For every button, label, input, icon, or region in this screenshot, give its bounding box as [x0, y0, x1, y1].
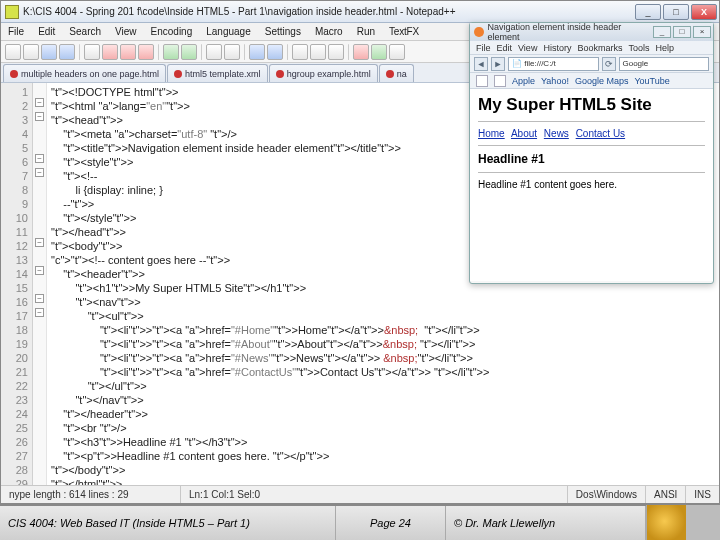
file-tab[interactable]: html5 template.xml: [167, 64, 268, 82]
browser-titlebar[interactable]: Navigation element inside header element…: [470, 23, 713, 41]
fold-box-icon[interactable]: −: [35, 294, 44, 303]
menu-macro[interactable]: Macro: [312, 25, 346, 38]
menu-encoding[interactable]: Encoding: [148, 25, 196, 38]
tool-hidden-icon[interactable]: [310, 44, 326, 60]
tab-dirty-icon: [276, 70, 284, 78]
fold-margin[interactable]: − − − − − − − −: [33, 83, 47, 485]
bmenu-item[interactable]: Edit: [497, 43, 513, 53]
bookmark-link[interactable]: Yahoo!: [541, 76, 569, 86]
tool-wrap-icon[interactable]: [292, 44, 308, 60]
search-input[interactable]: Google: [619, 57, 710, 71]
tool-zoomin-icon[interactable]: [249, 44, 265, 60]
file-tab[interactable]: multiple headers on one page.html: [3, 64, 166, 82]
tool-paste-icon[interactable]: [138, 44, 154, 60]
tool-redo-icon[interactable]: [181, 44, 197, 60]
status-mode: INS: [686, 486, 719, 503]
url-input[interactable]: 📄 file:///C:/t: [508, 57, 599, 71]
bmenu-item[interactable]: File: [476, 43, 491, 53]
bookmark-icon[interactable]: [476, 75, 488, 87]
fold-box-icon[interactable]: −: [35, 168, 44, 177]
reload-button[interactable]: ⟳: [602, 57, 616, 71]
tool-save-icon[interactable]: [41, 44, 57, 60]
page-h3: Headline #1: [478, 152, 705, 166]
menu-language[interactable]: Language: [203, 25, 254, 38]
footer-page: Page 24: [336, 506, 446, 540]
bmenu-item[interactable]: View: [518, 43, 537, 53]
close-button[interactable]: X: [691, 4, 717, 20]
minimize-button[interactable]: _: [635, 4, 661, 20]
title-bar[interactable]: K:\CIS 4004 - Spring 201 f\code\Inside H…: [1, 1, 719, 23]
file-tab[interactable]: na: [379, 64, 414, 82]
menu-view[interactable]: View: [112, 25, 140, 38]
bmenu-item[interactable]: Bookmarks: [577, 43, 622, 53]
tool-play-icon[interactable]: [371, 44, 387, 60]
tool-find-icon[interactable]: [206, 44, 222, 60]
tool-cut-icon[interactable]: [102, 44, 118, 60]
tab-dirty-icon: [174, 70, 182, 78]
footer-spacer: [686, 505, 720, 540]
tool-print-icon[interactable]: [84, 44, 100, 60]
toolbar-sep: [79, 44, 80, 60]
fold-box-icon[interactable]: −: [35, 154, 44, 163]
bmenu-item[interactable]: Tools: [628, 43, 649, 53]
tool-record-icon[interactable]: [353, 44, 369, 60]
menu-file[interactable]: File: [5, 25, 27, 38]
nav-link[interactable]: Contact Us: [576, 128, 625, 139]
tool-stop-icon[interactable]: [389, 44, 405, 60]
browser-window: Navigation element inside header element…: [469, 22, 714, 284]
tab-dirty-icon: [10, 70, 18, 78]
browser-menu: File Edit View History Bookmarks Tools H…: [470, 41, 713, 55]
slide-footer: CIS 4004: Web Based IT (Inside HTML5 – P…: [0, 504, 720, 540]
app-icon: [5, 5, 19, 19]
forward-button[interactable]: ►: [491, 57, 505, 71]
nav-link[interactable]: About: [511, 128, 537, 139]
tool-saveall-icon[interactable]: [59, 44, 75, 60]
status-position: Ln:1 Col:1 Sel:0: [181, 486, 568, 503]
nav-link[interactable]: News: [544, 128, 569, 139]
bookmark-link[interactable]: YouTube: [634, 76, 669, 86]
tab-dirty-icon: [386, 70, 394, 78]
bmenu-item[interactable]: History: [543, 43, 571, 53]
maximize-button[interactable]: □: [663, 4, 689, 20]
tool-zoomout-icon[interactable]: [267, 44, 283, 60]
file-tab[interactable]: hgroup example.html: [269, 64, 378, 82]
tool-replace-icon[interactable]: [224, 44, 240, 60]
tool-open-icon[interactable]: [23, 44, 39, 60]
bmenu-item[interactable]: Help: [655, 43, 674, 53]
menu-textfx[interactable]: TextFX: [386, 25, 422, 38]
bw-close-button[interactable]: ×: [693, 26, 711, 38]
bw-min-button[interactable]: _: [653, 26, 671, 38]
menu-edit[interactable]: Edit: [35, 25, 58, 38]
divider: [478, 121, 705, 122]
bookmark-link[interactable]: Apple: [512, 76, 535, 86]
tool-undo-icon[interactable]: [163, 44, 179, 60]
menu-settings[interactable]: Settings: [262, 25, 304, 38]
menu-run[interactable]: Run: [354, 25, 378, 38]
back-button[interactable]: ◄: [474, 57, 488, 71]
fold-box-icon[interactable]: −: [35, 266, 44, 275]
firefox-icon: [474, 27, 484, 37]
menu-search[interactable]: Search: [66, 25, 104, 38]
fold-box-icon[interactable]: −: [35, 98, 44, 107]
bookmark-link[interactable]: Google Maps: [575, 76, 629, 86]
tool-copy-icon[interactable]: [120, 44, 136, 60]
browser-nav-toolbar: ◄ ► 📄 file:///C:/t ⟳ Google: [470, 55, 713, 73]
status-length: nype length : 614 lines : 29: [1, 486, 181, 503]
tool-new-icon[interactable]: [5, 44, 21, 60]
status-eol: Dos\Windows: [568, 486, 646, 503]
nav-link[interactable]: Home: [478, 128, 505, 139]
fold-box-icon[interactable]: −: [35, 238, 44, 247]
bw-max-button[interactable]: □: [673, 26, 691, 38]
tool-indent-icon[interactable]: [328, 44, 344, 60]
page-h1: My Super HTML5 Site: [478, 95, 705, 115]
bookmark-icon[interactable]: [494, 75, 506, 87]
tab-label: html5 template.xml: [185, 69, 261, 79]
fold-box-icon[interactable]: −: [35, 308, 44, 317]
browser-viewport: My Super HTML5 Site Home About News Cont…: [470, 89, 713, 281]
divider: [478, 145, 705, 146]
line-gutter: 1234567891011121314151617181920212223242…: [1, 83, 33, 485]
footer-left: CIS 4004: Web Based IT (Inside HTML5 – P…: [0, 506, 336, 540]
toolbar-sep: [348, 44, 349, 60]
fold-box-icon[interactable]: −: [35, 112, 44, 121]
status-bar: nype length : 614 lines : 29 Ln:1 Col:1 …: [1, 485, 719, 503]
